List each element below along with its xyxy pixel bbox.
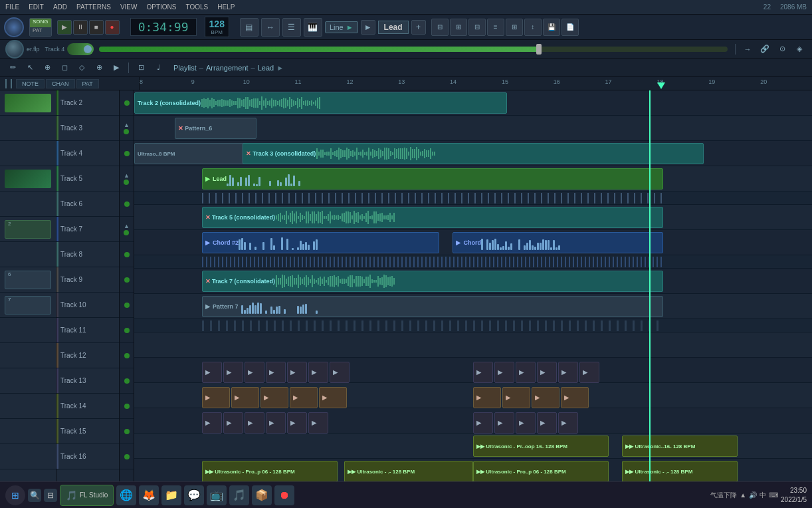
track-item-6[interactable]: Track 6 [56,191,119,217]
mute-dot-15[interactable] [124,454,130,459]
master-knob[interactable] [5,40,24,59]
track-item-2[interactable]: Track 2 [56,90,119,116]
play-button[interactable]: ▶ [57,20,72,35]
mute-dot-11[interactable] [124,353,130,358]
record-button[interactable]: ● [105,20,120,35]
cb-15[interactable] [0,444,56,469]
mixer-icon-8[interactable]: 📄 [561,19,579,36]
clip-pattern7[interactable]: ▶ Pattern 7 [202,296,663,317]
cb-6[interactable]: 2 [0,217,56,242]
breadcrumb-playlist[interactable]: Playlist [173,64,197,72]
piano-roll-icon[interactable]: 🎹 [304,18,322,37]
cb-5[interactable] [0,191,56,217]
cb-1[interactable] [0,90,56,116]
mixer-icon-1[interactable]: ⊟ [431,19,449,36]
track-item-3[interactable]: Track 3 [56,116,119,141]
cb-11[interactable] [0,343,56,368]
cb-8[interactable]: 6 [0,267,56,293]
clip-chord2[interactable]: ▶ Chord #2 [202,232,439,253]
chan-col-btn[interactable]: CHAN [46,79,75,88]
mute-dot-1[interactable] [124,100,130,106]
cb-7[interactable] [0,242,56,267]
clip-chord[interactable]: ▶ Chord [453,232,662,253]
track-item-10[interactable]: Track 10 [56,293,119,318]
track-item-5[interactable]: Track 5 [56,166,119,191]
netease-icon[interactable]: 🎵 [229,485,249,505]
stop-button[interactable]: ⏸ [73,20,88,35]
tool-4[interactable]: ◈ [792,43,807,56]
mute-dot-7[interactable] [124,252,130,257]
clip-12-1[interactable]: ▶ [202,387,230,408]
clip-ultraso[interactable]: Ultraso..8 BPM [134,143,249,164]
line-select[interactable]: Line ► [325,21,358,33]
clip-11-r3[interactable]: ▶ [516,362,536,383]
track-item-9[interactable]: Track 9 [56,267,119,293]
volume-bar[interactable] [99,47,728,52]
lead-plus-icon[interactable]: + [411,20,426,35]
select-icon[interactable]: ↖ [23,61,37,74]
clip-13-4[interactable]: ▶ [266,412,286,434]
track-item-7[interactable]: Track 7 [56,217,119,242]
mute-dot-9[interactable] [124,303,130,308]
start-button[interactable]: ⊞ [5,485,25,505]
system-clock[interactable]: 23:50 2022/1/5 [781,486,807,505]
clip-13-1[interactable]: ▶ [202,412,222,434]
volume-icon[interactable]: 🔊 [749,491,757,499]
app6-icon[interactable]: 📦 [252,485,272,505]
channel-rack-icon[interactable]: ▤ [240,18,258,37]
mixer-icon-6[interactable]: ↕ [524,19,542,36]
bpm-display[interactable]: 128 BPM [205,17,229,37]
track-item-11[interactable]: Track 11 [56,318,119,343]
lang-icon[interactable]: 中 [760,491,766,500]
eraser-icon[interactable]: ◻ [57,61,72,74]
mute-dot-6[interactable] [124,230,129,235]
snap-icon[interactable]: ⊡ [134,61,148,74]
clip-11-r5[interactable]: ▶ [558,362,578,383]
col-resize-2[interactable] [11,79,12,88]
breadcrumb-arrangement[interactable]: Arrangement [206,64,249,72]
mute-dot-2[interactable] [124,129,129,134]
col-resize-1[interactable] [5,79,7,88]
expand-arrow-2[interactable]: ▲ [124,122,130,128]
mute-dot-10[interactable] [124,328,130,333]
mixer-icon-5[interactable]: ⊞ [506,19,523,36]
track-item-4[interactable]: Track 4 [56,141,119,166]
toggle-switch[interactable] [67,43,94,55]
mute-dot-12[interactable] [124,378,130,384]
breadcrumb-lead[interactable]: Lead [258,64,274,72]
mute-dot-3[interactable] [124,151,130,156]
cb-4[interactable] [0,166,56,191]
track-item-15[interactable]: Track 15 [56,419,119,444]
lead-select[interactable]: Lead [378,21,409,34]
clip-ultrasonic-15-r1[interactable]: ▶▶ Ultrasonic - Pro..p 06 - 128 BPM [473,461,609,481]
pat-button[interactable]: PAT [30,27,51,36]
cb-3[interactable] [0,141,56,166]
playback-icon[interactable]: ▶ [109,61,124,74]
stop-button2[interactable]: ■ [89,20,104,35]
track-item-13[interactable]: Track 13 [56,368,119,394]
clip-13-r1[interactable]: ▶ [473,412,493,434]
clip-lead[interactable]: ▶ Lead [202,168,663,190]
clip-12-4[interactable]: ▶ [290,387,318,408]
clip-track7-consolidated[interactable]: ✕ Track 7 (consolidated) [202,271,663,292]
clip-track5-consolidated[interactable]: ✕ Track 5 (consolidated) [202,207,663,228]
cb-12[interactable] [0,368,56,394]
mute-dot-14[interactable] [124,429,130,434]
files-icon[interactable]: 🦊 [139,485,159,505]
menu-add[interactable]: ADD [53,3,67,11]
bilibili-icon[interactable]: 📺 [207,485,227,505]
clip-13-6[interactable]: ▶ [308,412,328,434]
record-icon[interactable]: ⏺ [274,485,294,505]
mixer-icon-7[interactable]: 💾 [543,19,560,36]
clip-track2-consolidated[interactable]: Track 2 (consolidated) [134,92,507,114]
menu-help[interactable]: HELP [217,3,235,11]
clip-12-r1[interactable]: ▶ [473,387,501,408]
clip-ultrasonic-14-l[interactable]: ▶▶ Ultrasonic - Pr..oop 16- 128 BPM [473,436,609,457]
clip-11-r4[interactable]: ▶ [537,362,557,383]
cb-14[interactable] [0,419,56,444]
clip-13-r2[interactable]: ▶ [494,412,514,434]
tool-2[interactable]: 🔗 [758,43,772,56]
expand-arrow-4[interactable]: ▲ [124,172,130,179]
pencil-icon[interactable]: ✏ [5,61,20,74]
clip-11-r1[interactable]: ▶ [473,362,493,383]
